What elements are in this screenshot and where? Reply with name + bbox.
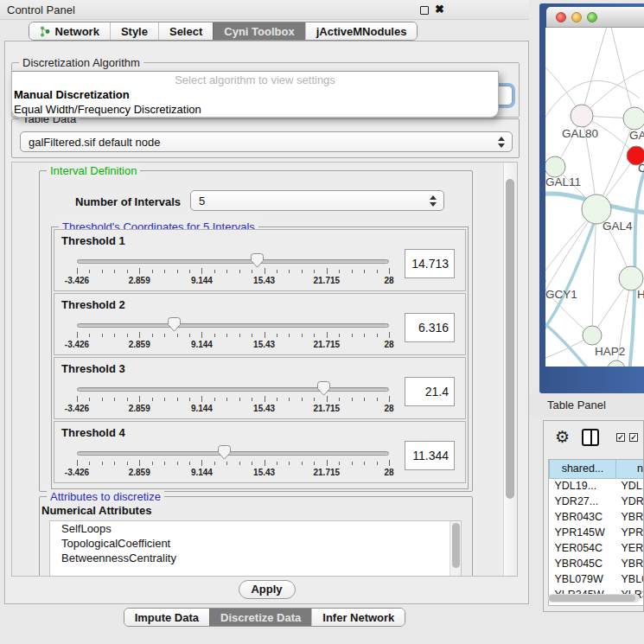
dropdown-placeholder: Select algorithm to view settings <box>12 73 498 87</box>
threshold-value-field[interactable]: 6.316 <box>405 313 455 342</box>
table-cell: YIL0 <box>616 603 644 606</box>
network-node[interactable] <box>571 105 593 127</box>
table-row[interactable]: YDR27...YDR2 <box>550 494 644 509</box>
control-panel-titlebar: Control Panel ✖ <box>0 0 536 20</box>
table-row[interactable]: YIL052CYIL0 <box>550 603 644 606</box>
table-cell: YBR043C <box>550 509 616 525</box>
table-row[interactable]: YER054CYER0 <box>550 540 644 556</box>
network-node[interactable] <box>619 266 643 290</box>
tab-jactivemnodules[interactable]: jActiveMNodules <box>305 22 418 40</box>
network-window-titlebar[interactable] <box>546 7 644 28</box>
float-window-icon[interactable] <box>420 6 429 15</box>
attributes-scrollbar[interactable] <box>450 521 461 577</box>
table-row[interactable]: YDL19...YDL1 <box>550 478 644 494</box>
slider-ticks <box>77 332 389 339</box>
slider-scale-labels: -3.4262.8599.14415.4321.71528 <box>77 276 389 286</box>
slider-thumb[interactable] <box>168 317 181 332</box>
control-panel-title: Control Panel <box>7 3 75 16</box>
tab-infer-network[interactable]: Infer Network <box>311 609 405 626</box>
slider-scale-labels: -3.4262.8599.14415.4321.71528 <box>77 468 389 478</box>
table-cell: YBL0 <box>616 571 644 587</box>
table-cell: YBL079W <box>550 571 616 587</box>
apply-button[interactable]: Apply <box>239 580 296 599</box>
table-column-header[interactable]: na <box>616 460 644 478</box>
columns-icon[interactable] <box>582 429 599 446</box>
cyni-toolbox-panel: Discretization Algorithm Select algorith… <box>4 41 529 604</box>
threshold-slider[interactable]: -3.4262.8599.14415.4321.71528 <box>77 383 389 414</box>
gear-icon[interactable]: ⚙ <box>555 429 570 446</box>
tab-network[interactable]: Network <box>29 22 110 40</box>
settings-scrollbar[interactable] <box>503 163 516 577</box>
table-cell: YBR0 <box>616 556 644 571</box>
table-horizontal-scrollbar[interactable] <box>548 594 640 603</box>
table-row[interactable]: YPR145WYPR1 <box>550 525 644 540</box>
threshold-slider[interactable]: -3.4262.8599.14415.4321.71528 <box>77 255 389 286</box>
slider-track[interactable] <box>77 387 389 392</box>
dropdown-option-equal-width[interactable]: Equal Width/Frequency Discretization <box>12 102 498 117</box>
minimize-traffic-light-icon[interactable] <box>571 12 582 22</box>
network-node[interactable] <box>623 107 644 130</box>
network-node-label: HAP2 <box>595 345 625 358</box>
tab-impute-data[interactable]: Impute Data <box>124 609 209 626</box>
attribute-list-item[interactable]: BetweennessCentrality <box>50 551 461 565</box>
table-row[interactable]: YBR045CYBR0 <box>550 556 644 571</box>
tab-label: Style <box>121 25 148 38</box>
slider-thumb[interactable] <box>218 445 231 460</box>
network-edge[interactable] <box>610 28 634 118</box>
slider-thumb[interactable] <box>317 381 330 396</box>
table-cell: YPR145W <box>550 525 616 540</box>
network-node-label: C <box>638 162 644 175</box>
tab-style[interactable]: Style <box>110 22 158 40</box>
slider-scale-labels: -3.4262.8599.14415.4321.71528 <box>77 404 389 414</box>
close-icon[interactable]: ✖ <box>435 3 444 16</box>
table-panel: ⚙ ✓ ✓ shared...na YDL19...YDL1YDR27...YD… <box>543 420 644 612</box>
tab-select[interactable]: Select <box>158 22 213 40</box>
network-node-label: GAL80 <box>562 127 598 140</box>
network-node-label: GA <box>629 129 644 142</box>
network-node[interactable] <box>545 156 565 177</box>
table-data-select[interactable]: galFiltered.sif default node <box>20 131 513 152</box>
table-column-header[interactable]: shared... <box>550 460 616 478</box>
tab-cyni-toolbox[interactable]: Cyni Toolbox <box>213 22 304 40</box>
slider-track[interactable] <box>77 259 389 264</box>
threshold-value-field[interactable]: 14.713 <box>405 249 455 278</box>
table-panel-header: Table Panel <box>529 393 644 417</box>
combo-stepper-icon <box>426 195 440 207</box>
network-node[interactable] <box>583 326 602 345</box>
network-node[interactable] <box>608 360 625 367</box>
attribute-list-item[interactable]: SelfLoops <box>50 521 461 536</box>
table-cell: YDL1 <box>616 478 644 494</box>
attributes-group-title: Attributes to discretize <box>47 490 164 503</box>
close-traffic-light-icon[interactable] <box>556 12 566 22</box>
algorithm-dropdown-popup: Select algorithm to view settings Manual… <box>11 71 499 118</box>
network-edge[interactable] <box>582 28 608 116</box>
numerical-attributes-list[interactable]: SelfLoopsTopologicalCoefficientBetweenne… <box>49 520 462 577</box>
slider-track[interactable] <box>77 451 389 456</box>
thresholds-group: Threshold's Coordinates for 5 Intervals … <box>51 226 469 489</box>
slider-track[interactable] <box>77 323 389 328</box>
network-canvas[interactable]: GAL80GACGAL11GAL4GCY1HHAP2 <box>545 28 644 367</box>
threshold-row-3: Threshold 3-3.4262.8599.14415.4321.71528… <box>54 357 466 419</box>
attribute-list-item[interactable]: TopologicalCoefficient <box>50 536 461 551</box>
table-row[interactable]: YBR043CYBR0 <box>550 509 644 525</box>
threshold-value-field[interactable]: 21.4 <box>405 377 455 406</box>
checkbox-icon[interactable]: ✓ <box>616 433 625 442</box>
discretization-group-title: Discretization Algorithm <box>19 56 143 69</box>
threshold-slider[interactable]: -3.4262.8599.14415.4321.71528 <box>77 447 389 478</box>
tab-label: Select <box>169 25 202 38</box>
node-table[interactable]: shared...na YDL19...YDL1YDR27...YDR2YBR0… <box>548 459 644 606</box>
tab-discretize-data[interactable]: Discretize Data <box>209 609 311 626</box>
checkbox-icon[interactable]: ✓ <box>629 433 638 442</box>
number-of-intervals-select[interactable]: 5 <box>190 190 444 211</box>
slider-ticks <box>77 396 389 403</box>
slider-thumb[interactable] <box>251 253 264 268</box>
zoom-traffic-light-icon[interactable] <box>587 12 597 22</box>
table-cell: YER054C <box>550 540 616 556</box>
network-node-label: GAL4 <box>603 220 633 233</box>
threshold-slider[interactable]: -3.4262.8599.14415.4321.71528 <box>77 319 389 350</box>
threshold-value-field[interactable]: 11.344 <box>405 441 455 470</box>
dropdown-option-manual[interactable]: Manual Discretization <box>12 87 498 102</box>
tab-label: Network <box>55 25 99 38</box>
table-row[interactable]: YBL079WYBL0 <box>550 571 644 587</box>
interval-definition-group: Interval Definition Number of Intervals … <box>39 170 473 492</box>
